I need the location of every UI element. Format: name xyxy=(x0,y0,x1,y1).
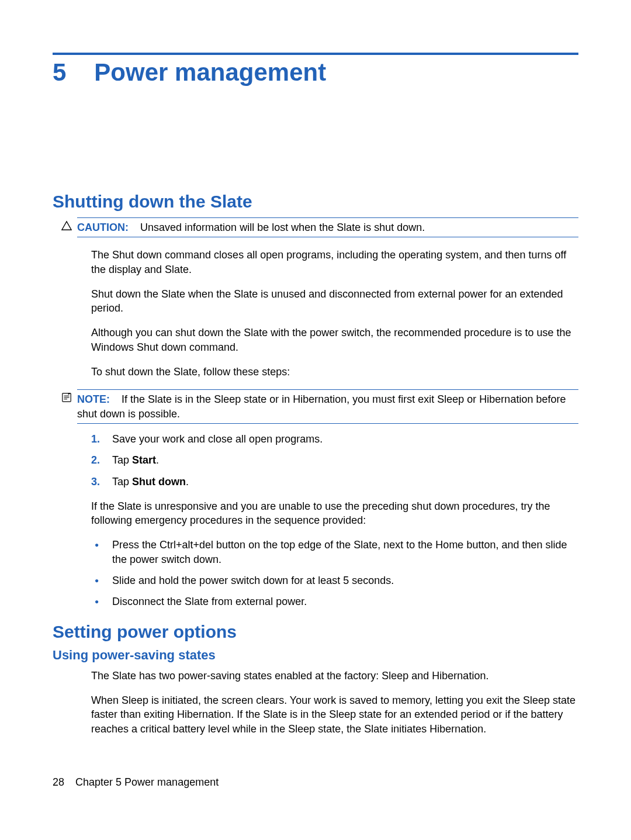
step-number: 2. xyxy=(91,453,100,467)
paragraph: When Sleep is initiated, the screen clea… xyxy=(91,693,578,736)
paragraph: To shut down the Slate, follow these ste… xyxy=(91,365,578,379)
step-item: 3. Tap Shut down. xyxy=(91,475,578,489)
bullet-item: Slide and hold the power switch down for… xyxy=(91,573,578,587)
paragraph: Shut down the Slate when the Slate is un… xyxy=(91,287,578,316)
note-callout: NOTE: If the Slate is in the Sleep state… xyxy=(77,389,578,424)
note-text: If the Slate is in the Sleep state or in… xyxy=(77,393,566,419)
caution-label: CAUTION: xyxy=(77,222,129,233)
page-number: 28 xyxy=(53,776,64,788)
bullet-item: Press the Ctrl+alt+del button on the top… xyxy=(91,538,578,566)
svg-marker-0 xyxy=(62,222,71,230)
step-text: Tap Start. xyxy=(112,454,159,466)
paragraph: If the Slate is unresponsive and you are… xyxy=(91,499,578,528)
note-icon xyxy=(61,392,72,406)
step-text: Save your work and close all open progra… xyxy=(112,433,323,445)
section-heading-shutdown: Shutting down the Slate xyxy=(53,192,578,212)
chapter-number: 5 xyxy=(53,58,66,87)
caution-callout: CAUTION: Unsaved information will be los… xyxy=(77,217,578,237)
note-label: NOTE: xyxy=(77,393,110,405)
paragraph: The Slate has two power-saving states en… xyxy=(91,669,578,683)
footer-chapter-label: Chapter 5 Power management xyxy=(75,776,219,788)
paragraph: Although you can shut down the Slate wit… xyxy=(91,326,578,354)
bullet-item: Disconnect the Slate from external power… xyxy=(91,594,578,609)
step-number: 3. xyxy=(91,475,100,489)
paragraph: The Shut down command closes all open pr… xyxy=(91,248,578,276)
caution-text: Unsaved information will be lost when th… xyxy=(140,222,425,233)
section-heading-power-options: Setting power options xyxy=(53,622,578,642)
caution-icon xyxy=(61,220,72,234)
chapter-heading: 5 Power management xyxy=(53,58,578,87)
step-number: 1. xyxy=(91,432,100,446)
bullet-list: Press the Ctrl+alt+del button on the top… xyxy=(91,538,578,609)
page-footer: 28 Chapter 5 Power management xyxy=(53,776,219,789)
chapter-rule xyxy=(53,53,578,55)
subsection-heading-power-saving: Using power-saving states xyxy=(53,648,578,663)
step-text: Tap Shut down. xyxy=(112,476,189,488)
step-item: 2. Tap Start. xyxy=(91,453,578,467)
chapter-title: Power management xyxy=(94,58,326,87)
steps-list: 1. Save your work and close all open pro… xyxy=(91,432,578,489)
step-item: 1. Save your work and close all open pro… xyxy=(91,432,578,446)
